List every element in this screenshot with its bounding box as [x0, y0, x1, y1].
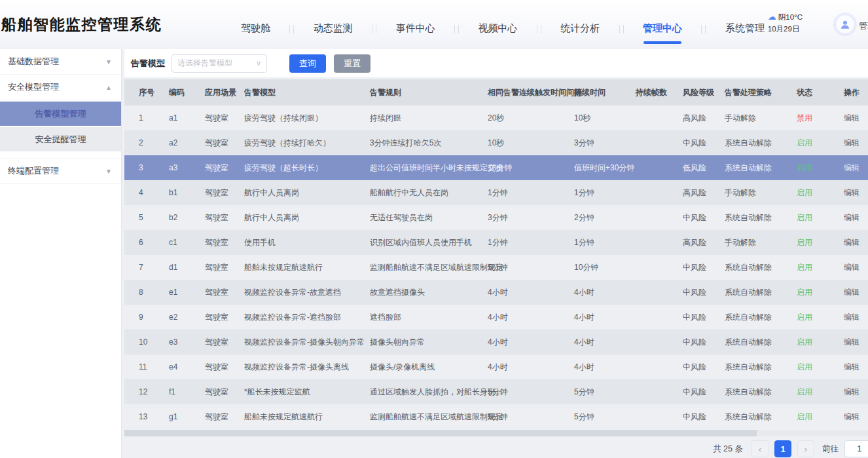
col-header-index: 序号 [139, 87, 169, 98]
weather-date: 10月29日 [768, 24, 803, 35]
cell-action[interactable]: 编辑 [844, 138, 868, 149]
cell-code: f1 [169, 387, 205, 396]
cell-duration: 4小时 [574, 337, 636, 348]
cell-duration: 5分钟 [574, 387, 636, 398]
table-row[interactable]: 6c1驾驶室使用手机识别区域内值班人员使用手机1分钟1分钟高风险手动解除启用编辑 [124, 230, 868, 255]
cell-action[interactable]: 编辑 [844, 287, 868, 298]
cell-risk: 中风险 [683, 287, 725, 298]
goto-page-input[interactable] [844, 440, 868, 457]
cell-status: 启用 [797, 212, 844, 223]
nav-item-1[interactable]: 驾驶舱 [241, 22, 270, 35]
table-row[interactable]: 1a1驾驶室疲劳驾驶（持续闭眼）持续闭眼20秒10秒高风险手动解除禁用编辑 [124, 105, 868, 130]
cell-code: c1 [169, 238, 205, 247]
col-header-strategy: 告警处理策略 [725, 87, 797, 98]
table-row[interactable]: 3a3驾驶室疲劳驾驶（超长时长）超出公司值班时间半小时未按规定交接10分钟值班时… [124, 155, 868, 180]
nav-item-4[interactable]: 视频中心 [478, 22, 517, 35]
col-header-risk: 风险等级 [683, 87, 725, 98]
col-header-status: 状态 [797, 87, 844, 98]
scrollbar-thumb[interactable] [124, 430, 757, 436]
horizontal-scrollbar[interactable] [124, 430, 868, 436]
nav-separator-icon [454, 25, 459, 33]
cell-strategy: 系统自动解除 [725, 337, 797, 348]
cell-action[interactable]: 编辑 [844, 187, 868, 199]
cell-rule: 持续闭眼 [370, 113, 488, 124]
filter-bar: 告警模型 请选择告警模型 ∨ 查询 重置 [124, 49, 868, 77]
cell-model: 船舶未按规定航速航行 [244, 411, 370, 423]
cell-model: 疲劳驾驶（持续闭眼） [244, 113, 370, 124]
nav-item-6[interactable]: 管理中心 [643, 22, 682, 35]
cell-action[interactable]: 编辑 [844, 212, 868, 223]
cell-action[interactable]: 编辑 [844, 312, 868, 323]
cell-index: 10 [139, 337, 169, 347]
table-row[interactable]: 2a2驾驶室疲劳驾驶（持续打哈欠）3分钟连续打哈欠5次10秒3分钟中风险系统自动… [124, 130, 868, 155]
cell-model: 视频监控设备异常-摄像头离线 [244, 362, 370, 373]
nav-item-7[interactable]: 系统管理 [725, 22, 765, 35]
cell-rule: 摄像头朝向异常 [370, 337, 488, 348]
alarm-model-select[interactable]: 请选择告警模型 ∨ [172, 54, 267, 73]
nav-item-3[interactable]: 事件中心 [396, 22, 435, 35]
cell-interval: 10秒 [488, 138, 574, 149]
cell-duration: 1分钟 [574, 237, 636, 248]
cell-index: 2 [139, 138, 169, 147]
sidebar-item-2-1[interactable]: 告警模型管理 [0, 102, 121, 126]
table-row[interactable]: 9e2驾驶室视频监控设备异常-遮挡脸部遮挡脸部4小时4小时中风险系统自动解除启用… [124, 305, 868, 330]
cell-model: 视频监控设备异常-遮挡脸部 [244, 312, 370, 323]
cell-action[interactable]: 编辑 [844, 337, 868, 348]
cell-code: b2 [169, 213, 205, 222]
nav-item-5[interactable]: 统计分析 [560, 22, 600, 35]
reset-button[interactable]: 重置 [334, 54, 371, 73]
search-button[interactable]: 查询 [289, 54, 326, 73]
cell-action[interactable]: 编辑 [844, 387, 868, 398]
cell-index: 7 [139, 263, 169, 272]
cell-duration: 4小时 [574, 362, 636, 373]
cell-duration: 1分钟 [574, 187, 636, 199]
cell-risk: 中风险 [683, 411, 725, 423]
sidebar-item-2-2[interactable]: 安全提醒管理 [0, 127, 121, 151]
sidebar-group-1[interactable]: 基础数据管理▼ [0, 49, 121, 75]
cell-index: 6 [139, 238, 169, 247]
table-row[interactable]: 7d1驾驶室船舶未按规定航速航行监测船舶航速不满足区域航速限制规定5分钟10分钟… [124, 255, 868, 280]
cell-action[interactable]: 编辑 [844, 162, 868, 174]
alarm-model-label: 告警模型 [131, 58, 165, 69]
cell-risk: 中风险 [683, 362, 725, 373]
table-row[interactable]: 10e3驾驶室视频监控设备异常-摄像头朝向异常摄像头朝向异常4小时4小时中风险系… [124, 330, 868, 354]
cell-rule: 故意遮挡摄像头 [370, 287, 488, 298]
cell-action[interactable]: 编辑 [844, 113, 868, 124]
page-1-button[interactable]: 1 [774, 440, 791, 457]
cell-risk: 中风险 [683, 337, 725, 348]
table-row[interactable]: 12f1驾驶室*船长未按规定监航通过区域触发人脸抓拍，对船长身份...5分钟5分… [124, 379, 868, 404]
select-placeholder: 请选择告警模型 [177, 58, 232, 69]
next-page-button[interactable]: › [797, 440, 814, 457]
sidebar-group-2[interactable]: 安全模型管理▲ [0, 75, 121, 100]
table-row[interactable]: 13g1驾驶室船舶未按规定航速航行监测船舶航速不满足区域航速限制规定5分钟5分钟… [124, 404, 868, 429]
sidebar-group-3[interactable]: 终端配置管理▼ [0, 159, 121, 184]
cell-action[interactable]: 编辑 [844, 362, 868, 373]
cell-strategy: 系统自动解除 [725, 262, 797, 273]
cell-action[interactable]: 编辑 [844, 237, 868, 248]
total-count: 共 25 条 [713, 444, 743, 455]
cell-index: 8 [139, 288, 169, 297]
table-row[interactable]: 8e1驾驶室视频监控设备异常-故意遮挡故意遮挡摄像头4小时4小时中风险系统自动解… [124, 280, 868, 305]
cell-duration: 5分钟 [574, 411, 636, 423]
cell-action[interactable]: 编辑 [844, 262, 868, 273]
cell-status: 启用 [797, 162, 844, 174]
cell-model: 使用手机 [244, 237, 370, 248]
table-row[interactable]: 5b2驾驶室航行中人员离岗无适任驾驶员在岗3分钟2分钟中风险系统自动解除启用编辑 [124, 205, 868, 230]
user-name[interactable]: 管理员 [859, 20, 868, 32]
table-row[interactable]: 11e4驾驶室视频监控设备异常-摄像头离线摄像头/录像机离线4小时4小时中风险系… [124, 354, 868, 379]
top-nav: 驾驶舱 动态监测 事件中心 视频中心 统计分析 管理中心 系统管理 [241, 0, 765, 49]
nav-item-2[interactable]: 动态监测 [314, 22, 353, 35]
user-avatar[interactable] [835, 14, 855, 34]
cell-risk: 中风险 [683, 262, 725, 273]
nav-separator-icon [619, 25, 624, 33]
cell-strategy: 系统自动解除 [725, 212, 797, 223]
cell-code: e1 [169, 288, 205, 297]
cell-interval: 20秒 [488, 113, 574, 124]
cell-action[interactable]: 编辑 [844, 411, 868, 423]
cell-code: g1 [169, 412, 205, 421]
cell-interval: 4小时 [488, 362, 574, 373]
cell-strategy: 系统自动解除 [725, 162, 797, 174]
cell-rule: 超出公司值班时间半小时未按规定交接 [370, 162, 488, 174]
table-row[interactable]: 4b1驾驶室航行中人员离岗船舶航行中无人员在岗1分钟1分钟高风险手动解除启用编辑 [124, 180, 868, 205]
prev-page-button[interactable]: ‹ [751, 440, 769, 457]
